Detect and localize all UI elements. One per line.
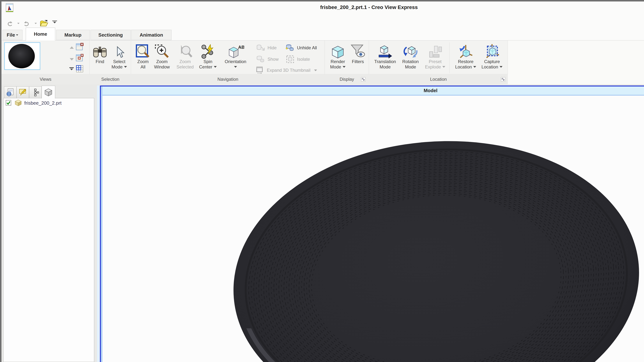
file-dropdown-icon [16,34,18,36]
window-frame-top [0,0,644,2]
translation-mode-label-1: Translation [374,59,396,64]
delete-all-views-icon[interactable] [76,54,84,62]
model-panel-frame [101,86,102,362]
expand-3d-thumbnail-dropdown-icon [314,70,317,71]
render-mode-label-1: Render [331,59,345,64]
unhide-all-button[interactable]: Unhide All [286,43,317,52]
rotation-mode-label-2: Mode [405,64,416,70]
translation-mode-button[interactable]: Translation Mode [373,42,397,74]
tab-sectioning[interactable]: Sectioning [90,30,131,40]
tab-sectioning-label: Sectioning [98,32,123,38]
creo-view-express-window: frisbee_200_2.prt.1 - Creo View Express … [0,0,644,362]
rotation-mode-button[interactable]: Rotation Mode [400,42,422,74]
restore-location-button[interactable]: Restore Location [453,42,478,74]
tree-item-label[interactable]: frisbee_200_2.prt [24,100,62,106]
capture-location-icon [484,42,500,59]
capture-location-label-1: Capture [484,59,500,64]
zoom-all-label-2: All [140,64,146,70]
undo-dropdown-icon[interactable] [34,23,37,24]
rotation-mode-label-1: Rotation [402,59,418,64]
view-gallery-icon[interactable] [76,65,84,73]
zoom-window-icon [154,42,169,59]
location-group-separator [450,42,450,73]
ribbon: Find Select Mode [2,40,644,74]
preset-explode-icon [428,42,442,59]
translation-mode-label-2: Mode [380,64,391,70]
show-icon [256,55,265,63]
panel-tab-markups[interactable] [16,86,29,98]
panel-splitter[interactable] [97,86,100,362]
tab-home[interactable]: Home [26,28,55,40]
filters-button[interactable]: Filters [350,42,366,74]
orientation-button[interactable]: AB Orientation [222,42,249,74]
3d-viewport[interactable] [102,96,644,362]
panel-tab-report[interactable] [4,86,16,98]
render-mode-cube-icon [330,42,346,59]
frisbee-model[interactable] [222,126,644,362]
redo-dropdown-icon[interactable] [17,23,20,24]
panel-tab-model-structure[interactable] [42,86,55,98]
hide-label: Hide [268,45,276,50]
zoom-all-button[interactable]: Zoom All [135,42,151,74]
customize-toolbar-icon[interactable] [52,20,57,23]
expand-3d-thumbnail-button: Expand 3D Thumbnail [256,66,317,75]
select-mode-dropdown-icon [124,66,127,68]
panel-tab-structure[interactable] [29,86,42,98]
orientation-dropdown-icon [234,66,237,68]
view-down-icon [70,58,74,60]
render-mode-label-2: Mode [330,64,341,70]
app-icon [5,3,14,12]
zoom-window-label-1: Zoom [156,59,168,64]
display-dialog-launcher[interactable] [361,77,366,82]
find-button[interactable]: Find [92,42,108,74]
structure-tree-icon [32,88,39,96]
expand-3d-thumbnail-label: Expand 3D Thumbnail [267,68,310,73]
group-label-selection: Selection [90,74,131,84]
select-mode-label-2: Mode [112,64,122,70]
filters-label: Filters [352,59,364,64]
binoculars-icon [93,42,107,59]
preset-explode-dropdown-icon [442,66,445,68]
render-mode-button[interactable]: Render Mode [328,42,348,74]
expand-3d-thumbnail-icon [256,66,264,74]
tab-animation-label: Animation [140,32,163,38]
orientation-cube-icon: AB [227,42,244,59]
unhide-all-icon [286,44,295,52]
tree-item-checkbox[interactable] [6,100,12,106]
group-label-location: Location [369,74,508,84]
views-more-icon[interactable] [69,67,74,70]
unhide-all-label: Unhide All [297,45,317,50]
group-label-views: Views [2,74,90,84]
view-thumbnail[interactable] [4,42,40,70]
capture-location-button[interactable]: Capture Location [480,42,504,74]
tab-markup-label: Markup [64,32,81,38]
tab-file-label: File [7,32,15,38]
report-icon [6,88,14,96]
spin-center-button[interactable]: Spin Center [199,42,217,74]
tab-animation[interactable]: Animation [131,30,172,40]
tab-file[interactable]: File [2,30,22,40]
filters-funnel-icon [350,42,365,59]
select-mode-button[interactable]: Select Mode [110,42,129,74]
tab-home-label: Home [34,31,47,37]
translation-mode-icon [378,42,393,59]
zoom-window-button[interactable]: Zoom Window [153,42,171,74]
spin-center-label-2: Center [199,64,212,70]
hide-button: Hide [256,43,276,52]
model-structure-cube-icon [44,88,52,96]
ribbon-group-display: Render Mode Filters [325,40,369,74]
tab-markup[interactable]: Markup [56,30,90,40]
preset-explode-label-2: Explode [425,64,441,70]
spin-center-dropdown-icon [214,66,217,68]
orientation-label: Orientation [225,59,246,64]
preset-explode-label-1: Preset [429,59,442,64]
location-dialog-launcher[interactable] [500,77,506,82]
capture-location-dropdown-icon [500,66,502,68]
zoom-selected-label-2: Selected [176,64,194,70]
open-folder-icon[interactable] [39,19,49,28]
model-structure-panel [3,98,94,362]
preset-explode-button: Preset Explode [424,42,446,74]
window-frame-left [0,0,2,362]
rotation-mode-icon [403,42,418,59]
delete-view-icon[interactable] [76,43,84,51]
